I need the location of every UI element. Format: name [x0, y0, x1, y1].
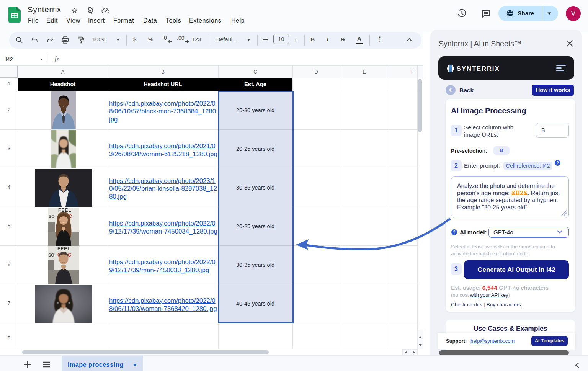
svg-text:FEEL: FEEL [58, 208, 72, 213]
svg-text:SO: SO [48, 253, 54, 257]
svg-text:FEEL: FEEL [57, 246, 71, 252]
svg-text:SO: SO [49, 214, 55, 219]
